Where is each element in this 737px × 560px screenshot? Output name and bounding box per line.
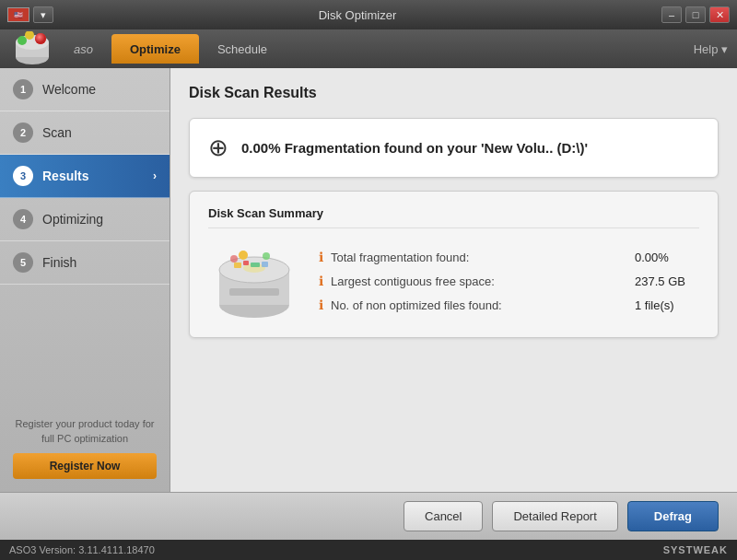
version-text: ASO3 Version: 3.11.4111.18470 — [9, 544, 155, 555]
sidebar-label-scan: Scan — [42, 125, 72, 140]
dropdown-btn[interactable]: ▾ — [33, 6, 53, 23]
row-value-fragmentation: 0.00% — [635, 251, 699, 264]
row-value-nonoptimized: 1 file(s) — [635, 298, 699, 312]
window-controls: – □ ✕ — [661, 6, 730, 23]
tab-schedule[interactable]: Schedule — [199, 34, 286, 64]
row-value-freespace: 237.5 GB — [635, 274, 699, 288]
info-icon-1: ℹ — [319, 250, 323, 264]
info-icon-3: ℹ — [319, 298, 323, 312]
close-button[interactable]: ✕ — [709, 6, 730, 23]
step-number-optimizing: 4 — [13, 209, 33, 229]
sidebar-label-results: Results — [42, 169, 89, 183]
tab-aso[interactable]: aso — [55, 34, 111, 64]
app-logo — [9, 32, 55, 65]
svg-point-6 — [18, 36, 27, 45]
step-number-scan: 2 — [13, 122, 33, 143]
sidebar-item-optimizing[interactable]: 4 Optimizing — [0, 198, 170, 241]
svg-point-17 — [239, 251, 248, 260]
alert-message: 0.00% Fragmentation found on your 'New V… — [241, 140, 588, 156]
svg-rect-16 — [229, 288, 279, 296]
summary-row-nonoptimized: ℹ No. of non optimized files found: 1 fi… — [319, 298, 699, 312]
svg-rect-13 — [243, 261, 249, 265]
summary-rows: ℹ Total fragmentation found: 0.00% ℹ Lar… — [319, 250, 699, 312]
maximize-button[interactable]: □ — [685, 6, 706, 23]
sidebar-footer: Register your product today for full PC … — [0, 404, 170, 492]
help-button[interactable]: Help ▾ — [694, 42, 728, 56]
row-label-fragmentation: Total fragmentation found: — [331, 251, 627, 264]
sidebar-label-optimizing: Optimizing — [42, 212, 103, 227]
register-now-button[interactable]: Register Now — [13, 453, 157, 479]
summary-row-freespace: ℹ Largest contiguous free space: 237.5 G… — [319, 274, 699, 288]
register-promo-text: Register your product today for full PC … — [13, 417, 157, 446]
content-panel: Disk Scan Results ⊕ 0.00% Fragmentation … — [170, 68, 737, 492]
sidebar: 1 Welcome 2 Scan 3 Results › 4 Optimizin… — [0, 68, 170, 492]
row-label-nonoptimized: No. of non optimized files found: — [331, 298, 627, 312]
svg-rect-12 — [234, 262, 241, 268]
disk-visual — [208, 239, 300, 322]
status-bar: ASO3 Version: 3.11.4111.18470 SYSTWEAK — [0, 540, 737, 560]
alert-box: ⊕ 0.00% Fragmentation found on your 'New… — [189, 118, 719, 178]
defrag-button[interactable]: Defrag — [627, 501, 719, 531]
step-number-results: 3 — [13, 166, 33, 186]
svg-point-18 — [230, 255, 238, 262]
summary-content: ℹ Total fragmentation found: 0.00% ℹ Lar… — [208, 239, 699, 322]
detailed-report-button[interactable]: Detailed Report — [492, 501, 617, 531]
svg-point-19 — [263, 252, 270, 260]
content-title: Disk Scan Results — [189, 85, 719, 101]
svg-rect-14 — [251, 262, 260, 267]
title-bar: 🇺🇸 ▾ Disk Optimizer – □ ✕ — [0, 0, 737, 29]
svg-rect-15 — [262, 262, 268, 267]
svg-point-4 — [35, 33, 46, 44]
step-number-welcome: 1 — [13, 79, 33, 99]
row-label-freespace: Largest contiguous free space: — [331, 274, 627, 288]
title-bar-left: 🇺🇸 ▾ — [7, 6, 53, 23]
info-icon-2: ℹ — [319, 274, 323, 288]
chevron-right-icon: › — [153, 169, 157, 182]
menu-bar: aso Optimize Schedule Help ▾ — [0, 29, 737, 68]
sidebar-item-results[interactable]: 3 Results › — [0, 155, 170, 198]
minimize-button[interactable]: – — [661, 6, 682, 23]
summary-title: Disk Scan Summary — [208, 206, 699, 228]
sidebar-item-welcome[interactable]: 1 Welcome — [0, 68, 170, 111]
step-number-finish: 5 — [13, 252, 33, 273]
flag-icon: 🇺🇸 — [7, 7, 29, 22]
bottom-bar: Cancel Detailed Report Defrag — [0, 492, 737, 540]
summary-box: Disk Scan Summary — [189, 191, 719, 338]
sidebar-item-scan[interactable]: 2 Scan — [0, 111, 170, 155]
summary-row-fragmentation: ℹ Total fragmentation found: 0.00% — [319, 250, 699, 264]
app-title: Disk Optimizer — [53, 8, 661, 22]
alert-icon: ⊕ — [208, 134, 228, 162]
cancel-button[interactable]: Cancel — [404, 501, 483, 531]
sidebar-label-finish: Finish — [42, 255, 76, 270]
sidebar-item-finish[interactable]: 5 Finish — [0, 241, 170, 285]
brand-text: SYSTWEAK — [663, 544, 728, 555]
main-area: 1 Welcome 2 Scan 3 Results › 4 Optimizin… — [0, 68, 737, 492]
sidebar-label-welcome: Welcome — [42, 82, 96, 97]
tab-optimize[interactable]: Optimize — [111, 34, 199, 64]
